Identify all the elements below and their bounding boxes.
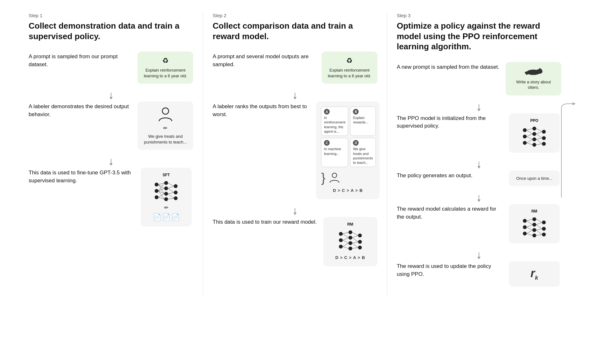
svg-point-41: [348, 247, 352, 250]
svg-line-76: [527, 130, 532, 134]
rank-cell-b: B Explain rewards...: [350, 107, 376, 136]
step3-diagram1: Write a story about otters.: [506, 62, 561, 95]
svg-point-8: [164, 181, 168, 185]
svg-point-13: [174, 191, 178, 194]
reward-symbol: rk: [530, 267, 538, 281]
step3-row4: The reward model calculates a reward for…: [397, 204, 561, 243]
svg-line-28: [168, 194, 174, 198]
svg-point-95: [532, 223, 536, 227]
step2-column: Step 2 Collect comparison data and train…: [203, 13, 387, 296]
step1-column: Step 1 Collect demonstration data and tr…: [19, 13, 203, 296]
svg-point-39: [348, 236, 352, 240]
step3-arrow3: [476, 195, 482, 203]
svg-point-62: [539, 68, 541, 70]
svg-line-104: [527, 227, 532, 230]
svg-line-55: [352, 243, 358, 248]
svg-line-107: [536, 219, 542, 222]
step3-desc3: The policy generates an output.: [397, 171, 501, 180]
step2-arrow2: [292, 208, 298, 216]
svg-point-72: [542, 130, 546, 134]
rm-rank-order: D > C > A > B: [335, 255, 365, 260]
svg-line-77: [527, 134, 532, 136]
step3-title: Optimize a policy against the reward mod…: [397, 21, 561, 52]
step1-diagram1: ♻ Explain reinforcement learning to a 6 …: [137, 52, 193, 84]
svg-point-92: [523, 225, 527, 229]
step1-desc1: A prompt is sampled from our prompt data…: [29, 52, 131, 68]
rank-text-b: Explain rewards...: [353, 116, 373, 125]
curly-brace-icon: }: [321, 172, 325, 184]
step1-box2: ✏ We give treats and punishments to teac…: [137, 102, 193, 150]
step2-arrow1: [292, 93, 298, 100]
step3-box1-text: Write a story about otters.: [511, 79, 556, 90]
step2-desc2: A labeler ranks the outputs from best to…: [213, 102, 312, 118]
svg-line-86: [536, 144, 542, 145]
svg-line-54: [352, 242, 358, 243]
feedback-arrow-icon: [555, 102, 580, 198]
step3-row5: The reward is used to update the policy …: [397, 261, 561, 287]
svg-marker-115: [572, 102, 576, 105]
step1-label: Step 1: [29, 13, 193, 18]
step2-row1: A prompt and several model outputs are s…: [213, 52, 377, 84]
rank-grid: A In reinforcement learning, the agent i…: [321, 107, 375, 167]
svg-line-29: [168, 198, 174, 199]
svg-point-91: [523, 219, 527, 223]
step2-diagram3: RM: [323, 217, 377, 266]
step3-arrow1: [476, 104, 482, 112]
svg-line-75: [527, 129, 532, 130]
svg-point-7: [155, 195, 158, 199]
svg-point-73: [542, 136, 546, 140]
svg-point-74: [542, 142, 546, 146]
svg-line-111: [536, 230, 542, 234]
badge-a: A: [324, 109, 330, 115]
svg-point-99: [542, 227, 546, 231]
svg-line-110: [536, 229, 542, 230]
sft-label: SFT: [163, 173, 170, 177]
svg-point-2: [162, 108, 169, 114]
svg-line-108: [536, 222, 542, 225]
svg-marker-4: [109, 163, 113, 166]
step3-arrow4: [476, 252, 482, 260]
svg-line-22: [158, 194, 164, 197]
rm-label: RM: [347, 222, 353, 227]
rank-cell-d: D We give treats and punishments to teac…: [350, 138, 376, 167]
badge-b: B: [353, 109, 359, 115]
svg-line-23: [158, 197, 164, 199]
svg-line-82: [536, 132, 542, 134]
rank-text-c: In machine learning...: [324, 147, 345, 156]
step2-box1: ♻ Explain reinforcement learning to a 6 …: [322, 52, 377, 84]
step1-diagram2: ✏ We give treats and punishments to teac…: [137, 102, 193, 150]
svg-line-48: [343, 240, 348, 243]
step3-row3: The policy generates an output. Once upo…: [397, 171, 561, 186]
step2-box1-text: Explain reinforcement learning to a 6 ye…: [327, 67, 372, 79]
svg-line-101: [527, 219, 532, 221]
step3-box2: PPO: [509, 113, 560, 153]
svg-line-25: [168, 186, 174, 188]
rank-row: }: [321, 172, 375, 184]
step3-box1: Write a story about otters.: [506, 62, 561, 95]
svg-line-45: [343, 232, 348, 234]
svg-line-51: [352, 232, 358, 235]
step3-desc1: A new prompt is sampled from the dataset…: [397, 62, 499, 71]
pencil-icon: ✏: [163, 125, 167, 131]
step2-row2: A labeler ranks the outputs from best to…: [213, 102, 377, 199]
step3-box3-text: Once upon a time...: [516, 176, 552, 181]
svg-marker-31: [293, 97, 297, 100]
step2-desc1: A prompt and several model outputs are s…: [213, 52, 315, 68]
step1-desc3: This data is used to fine-tune GPT-3.5 w…: [29, 168, 133, 185]
svg-marker-64: [477, 109, 481, 111]
svg-point-36: [339, 238, 343, 242]
step1-title: Collect demonstration data and train a s…: [29, 21, 193, 41]
step3-box4: RM: [509, 204, 560, 243]
svg-point-44: [358, 246, 362, 249]
svg-line-49: [343, 243, 348, 247]
step1-arrow2: [108, 159, 114, 166]
svg-point-10: [164, 192, 168, 196]
svg-point-5: [155, 183, 158, 186]
svg-point-67: [523, 141, 527, 145]
step1-desc2: A labeler demonstrates the desired outpu…: [29, 102, 131, 118]
svg-point-14: [174, 196, 178, 200]
step2-box3: RM: [323, 217, 377, 266]
svg-point-42: [358, 234, 362, 237]
person-icon: [158, 107, 173, 122]
svg-line-83: [536, 134, 542, 138]
